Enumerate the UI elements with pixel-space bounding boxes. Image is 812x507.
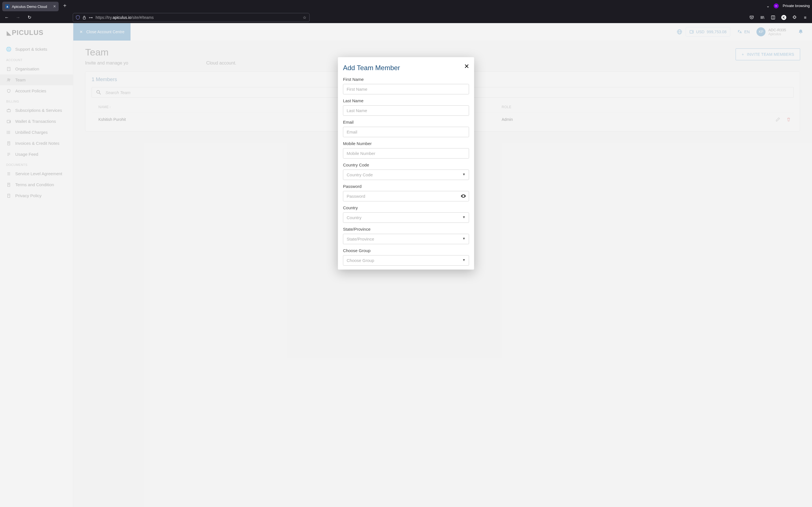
country-code-label: Country Code (343, 163, 469, 167)
last-name-label: Last Name (343, 98, 469, 103)
svg-rect-0 (83, 17, 86, 19)
new-tab-button[interactable]: + (63, 3, 66, 9)
first-name-label: First Name (343, 77, 469, 82)
email-label: Email (343, 120, 469, 124)
pocket-icon[interactable] (747, 13, 756, 22)
shield-icon[interactable] (76, 15, 80, 20)
lock-icon[interactable] (83, 15, 86, 19)
url-text: https://try.apiculus.io/site/#/teams (96, 15, 300, 20)
email-input[interactable] (343, 127, 469, 137)
mobile-label: Mobile Number (343, 141, 469, 146)
group-select[interactable] (343, 255, 469, 266)
state-label: State/Province (343, 227, 469, 231)
tab-title: Apiculus Demo Cloud (12, 4, 47, 9)
tab-favicon: a (5, 4, 10, 9)
back-button[interactable]: ← (2, 13, 11, 22)
library-icon[interactable] (758, 13, 767, 22)
last-name-input[interactable] (343, 105, 469, 116)
modal-close-icon[interactable]: ✕ (464, 63, 469, 70)
password-label: Password (343, 184, 469, 189)
add-team-member-modal: Add Team Member ✕ First Name Last Name E… (338, 57, 474, 270)
mobile-input[interactable] (343, 148, 469, 159)
first-name-input[interactable] (343, 84, 469, 94)
group-label: Choose Group (343, 248, 469, 253)
forward-button[interactable]: → (13, 13, 22, 22)
browser-tab[interactable]: a Apiculus Demo Cloud × (2, 2, 59, 11)
eye-icon[interactable] (461, 193, 466, 199)
browser-toolbar: ← → ↻ ⊶ https://try.apiculus.io/site/#/t… (0, 11, 812, 23)
key-icon[interactable]: ⊶ (89, 15, 93, 20)
reload-button[interactable]: ↻ (25, 13, 34, 22)
browser-tab-strip: a Apiculus Demo Cloud × + ⌄ ∞ Private br… (0, 0, 812, 11)
account-icon[interactable]: K (779, 13, 788, 22)
password-input[interactable] (343, 191, 469, 202)
private-browsing-label: Private browsing (783, 4, 810, 8)
address-bar[interactable]: ⊶ https://try.apiculus.io/site/#/teams ☆ (73, 13, 310, 22)
modal-title: Add Team Member (343, 64, 469, 72)
extensions-icon[interactable] (790, 13, 799, 22)
close-tab-icon[interactable]: × (53, 4, 56, 9)
private-mask-icon: ∞ (774, 3, 779, 8)
app-root: PICULUS 🌐 Support & tickets ACCOUNT Orga… (0, 23, 812, 507)
menu-icon[interactable]: ≡ (801, 13, 810, 22)
country-select[interactable] (343, 212, 469, 223)
country-code-select[interactable] (343, 170, 469, 180)
tabs-dropdown-icon[interactable]: ⌄ (766, 4, 770, 8)
state-select[interactable] (343, 234, 469, 244)
reader-icon[interactable] (769, 13, 777, 22)
country-label: Country (343, 205, 469, 210)
bookmark-star-icon[interactable]: ☆ (303, 15, 306, 20)
